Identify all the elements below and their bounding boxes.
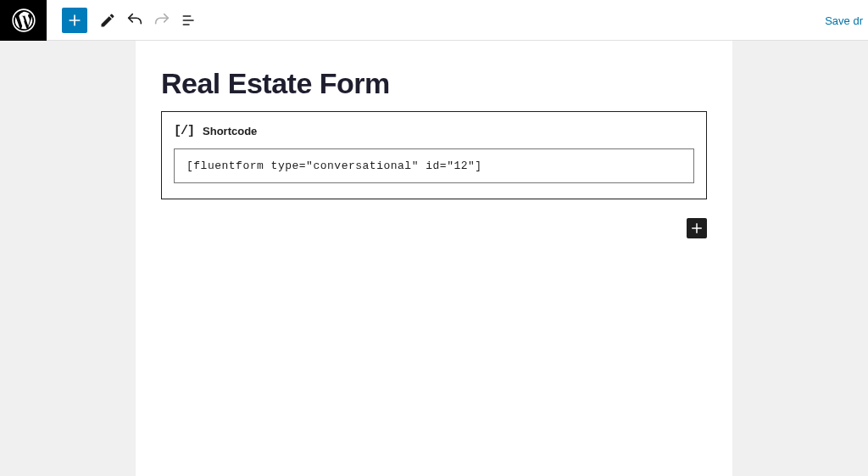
toolbar-left-group [47, 8, 201, 33]
wordpress-icon [12, 8, 36, 32]
undo-icon [125, 11, 144, 30]
shortcode-block[interactable]: [/] Shortcode [161, 111, 707, 199]
plus-icon [689, 221, 704, 236]
list-view-icon [181, 12, 198, 29]
undo-button[interactable] [123, 8, 147, 32]
shortcode-block-header: [/] Shortcode [174, 124, 694, 138]
document-overview-button[interactable] [177, 8, 201, 32]
wordpress-logo-button[interactable] [0, 0, 47, 41]
plus-icon [66, 12, 83, 29]
block-wrapper: [/] Shortcode [136, 111, 732, 199]
redo-button[interactable] [150, 8, 174, 32]
block-inserter-button[interactable] [62, 8, 87, 33]
editor-canvas-scroll[interactable]: Real Estate Form [/] Shortcode [0, 41, 868, 476]
post-title[interactable]: Real Estate Form [136, 41, 732, 111]
pencil-icon [99, 12, 116, 29]
add-block-button[interactable] [687, 218, 707, 238]
editor-toolbar: Save dr [0, 0, 868, 41]
tools-button[interactable] [96, 8, 120, 32]
editor-canvas: Real Estate Form [/] Shortcode [136, 41, 732, 476]
save-draft-link[interactable]: Save dr [825, 14, 863, 27]
shortcode-input[interactable] [174, 148, 694, 183]
shortcode-icon: [/] [174, 124, 194, 138]
shortcode-block-label: Shortcode [203, 125, 257, 137]
redo-icon [153, 11, 171, 30]
toolbar-right-group: Save dr [825, 13, 868, 28]
